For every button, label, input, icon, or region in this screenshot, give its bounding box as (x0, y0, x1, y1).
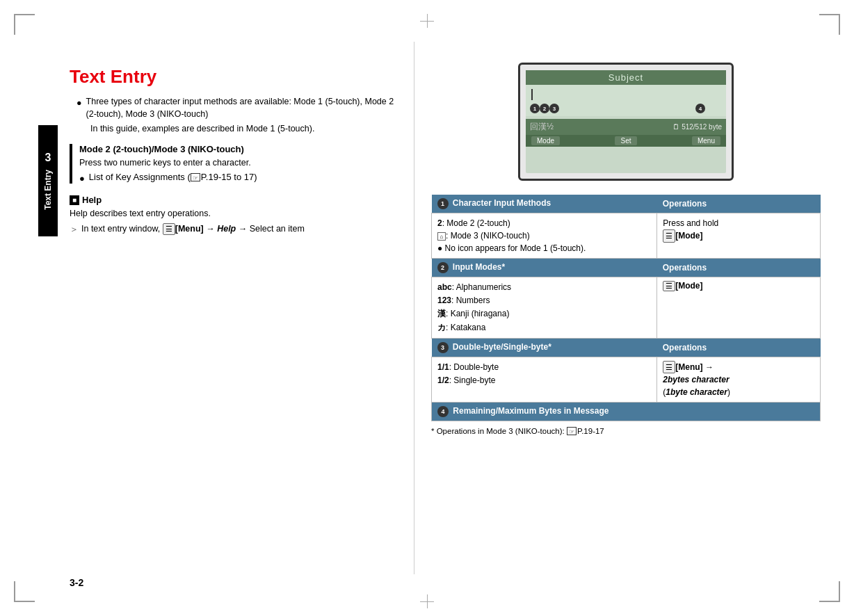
ref-icon-footnote: ☞ (567, 427, 577, 435)
bullet-text-1: Three types of character input methods a… (86, 96, 403, 120)
crosshair-bottom (420, 594, 434, 602)
mode-key-1: ☰ (663, 229, 675, 243)
table-cell-3-2: ☰[Menu] → 2bytes character (1byte charac… (657, 357, 821, 403)
mode-box-bullet-text: List of Key Assignments (☞P.19-15 to 17) (89, 172, 257, 182)
help-title: ■ Help (70, 195, 403, 205)
mode-box: Mode 2 (2-touch)/Mode 3 (NIKO-touch) Pre… (70, 144, 403, 184)
niko-icon: ⌂ (437, 232, 446, 241)
chapter-number: 3 (45, 152, 51, 164)
corner-mark-tl (14, 14, 35, 35)
ref-icon: ☞ (191, 173, 200, 181)
mode-key-2: ☰ (663, 281, 675, 291)
table-header-1-col1: 1 Character Input Methods (432, 195, 657, 213)
phone-mode-buttons: Mode Set Menu (526, 135, 726, 147)
table-cell-1-1: 2: Mode 2 (2-touch) ⌂: Mode 3 (NIKO-touc… (432, 213, 657, 259)
table-header-2-col1: 2 Input Modes* (432, 259, 657, 277)
circle-label-3: 3 (549, 104, 559, 113)
phone-subject-text: Subject (609, 72, 643, 83)
phone-screen: Subject 1 2 3 4 回漢½ 🗒 512/512 (518, 63, 734, 181)
page-number: 3-2 (70, 577, 83, 588)
circle-4: 4 (437, 406, 449, 417)
menu-key-2: ☰ (663, 361, 675, 374)
phone-menu-btn[interactable]: Menu (692, 136, 720, 145)
table-footnote: * Operations in Mode 3 (NIKO-touch): ☞P.… (431, 427, 821, 435)
circle-label-1: 1 (530, 104, 540, 113)
header-4-text: Remaining/Maximum Bytes in Message (453, 406, 609, 416)
phone-cursor-area: 1 2 3 4 (526, 85, 726, 116)
circle-1: 1 (437, 198, 449, 209)
corner-mark-tr (819, 14, 840, 35)
header-2-text: Input Modes* (453, 262, 505, 272)
circle-2: 2 (437, 262, 449, 273)
table-row-3: 1/1: Double-byte 1/2: Single-byte ☰[Menu… (432, 357, 821, 403)
bullet-dot-1: ● (76, 97, 82, 110)
indent-text-1: In this guide, examples are described in… (90, 123, 403, 136)
table-header-3-col2: Operations (657, 338, 821, 357)
right-content: Subject 1 2 3 4 回漢½ 🗒 512/512 (431, 63, 821, 435)
crosshair-top (420, 14, 434, 22)
phone-subject-bar: Subject (526, 70, 726, 85)
chapter-tab: 3 Text Entry (38, 125, 58, 236)
table-row-header-4: 4 Remaining/Maximum Bytes in Message (432, 403, 821, 421)
circle-3: 3 (437, 342, 449, 353)
header-3-text: Double-byte/Single-byte* (453, 342, 551, 352)
info-table: 1 Character Input Methods Operations 2: … (431, 195, 821, 421)
help-label: Help (82, 195, 102, 205)
bullet-item-1: ● Three types of character input methods… (76, 96, 403, 120)
table-cell-2-1: abc: Alphanumerics 123: Numbers 漢: Kanji… (432, 277, 657, 339)
help-body: Help describes text entry operations. (70, 208, 403, 220)
help-square-icon: ■ (70, 195, 79, 205)
page-title: Text Entry (70, 66, 403, 88)
phone-set-btn[interactable]: Set (615, 136, 636, 145)
intro-bullets: ● Three types of character input methods… (76, 96, 403, 136)
phone-screen-inner: Subject 1 2 3 4 回漢½ 🗒 512/512 (526, 70, 726, 173)
arrow-symbol: ＞ (70, 223, 79, 236)
table-row-2: abc: Alphanumerics 123: Numbers 漢: Kanji… (432, 277, 821, 339)
phone-indicator-icon: 回漢½ (530, 121, 554, 133)
table-row-1: 2: Mode 2 (2-touch) ⌂: Mode 3 (NIKO-touc… (432, 213, 821, 259)
table-row-header-1: 1 Character Input Methods Operations (432, 195, 821, 213)
phone-bottom-bar: 回漢½ 🗒 512/512 byte (526, 119, 726, 135)
table-header-1-col2: Operations (657, 195, 821, 213)
menu-key: ☰ (163, 223, 175, 235)
table-cell-2-2: ☰[Mode] (657, 277, 821, 339)
left-content: Text Entry ● Three types of character in… (70, 66, 403, 247)
phone-circle-label-4: 4 (695, 104, 705, 113)
table-row-header-2: 2 Input Modes* Operations (432, 259, 821, 277)
header-1-text: Character Input Methods (453, 198, 551, 208)
phone-mode-btn[interactable]: Mode (531, 136, 560, 145)
phone-byte-info: 🗒 512/512 byte (672, 123, 722, 131)
table-header-3-col1: 3 Double-byte/Single-byte* (432, 338, 657, 357)
mode-box-bullet-dot: ● (79, 173, 85, 184)
circle-label-4: 4 (695, 104, 705, 113)
phone-byte-display: 512/512 (682, 123, 707, 131)
mode-box-title: Mode 2 (2-touch)/Mode 3 (NIKO-touch) (79, 144, 403, 154)
table-header-2-col2: Operations (657, 259, 821, 277)
table-row-header-3: 3 Double-byte/Single-byte* Operations (432, 338, 821, 357)
mode-box-body: Press two numeric keys to enter a charac… (79, 157, 403, 170)
phone-circle-labels-123: 1 2 3 (530, 104, 559, 113)
help-arrow-text: In text entry window, ☰[Menu] → Help → S… (81, 223, 305, 236)
page-divider (414, 42, 414, 574)
phone-cursor (531, 89, 533, 100)
table-cell-1-2: Press and hold ☰[Mode] (657, 213, 821, 259)
help-section: ■ Help Help describes text entry operati… (70, 195, 403, 236)
phone-byte-icon: 🗒 (672, 123, 679, 131)
chapter-label: Text Entry (43, 170, 53, 210)
corner-mark-bl (14, 581, 35, 602)
table-cell-3-1: 1/1: Double-byte 1/2: Single-byte (432, 357, 657, 403)
table-full-header-4: 4 Remaining/Maximum Bytes in Message (432, 403, 821, 421)
mode-box-bullet: ● List of Key Assignments (☞P.19-15 to 1… (79, 172, 403, 184)
help-arrow-row: ＞ In text entry window, ☰[Menu] → Help →… (70, 223, 403, 236)
phone-byte-unit: byte (709, 123, 722, 131)
corner-mark-br (819, 581, 840, 602)
circle-label-2: 2 (540, 104, 549, 113)
